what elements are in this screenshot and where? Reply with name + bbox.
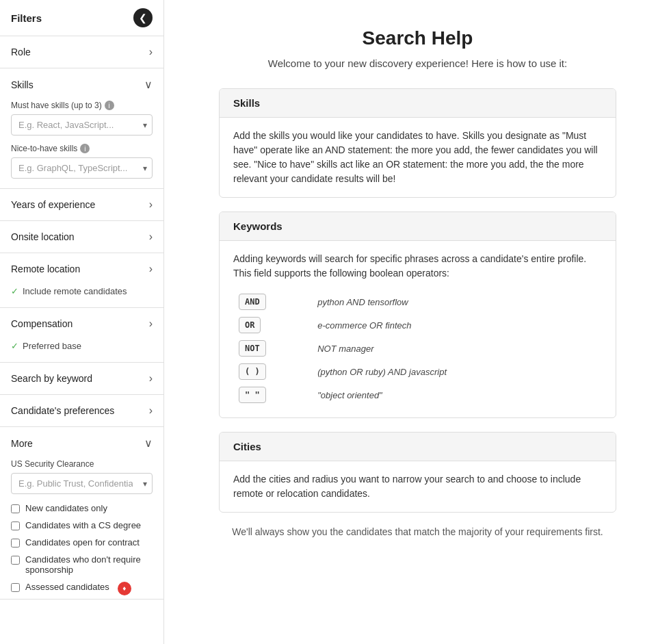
chevron-down-icon: ∨ xyxy=(144,78,153,91)
filter-section-onsite: Onsite location › xyxy=(0,221,163,253)
include-remote-row: ✓ Include remote candidates xyxy=(11,285,153,298)
op-badge-quotes: " " xyxy=(239,387,266,403)
compensation-title: Compensation xyxy=(11,318,73,329)
open-contract-label[interactable]: Candidates open for contract xyxy=(25,537,140,548)
remote-title: Remote location xyxy=(11,263,80,274)
check-icon-remote: ✓ xyxy=(11,286,18,296)
checkbox-assessed: Assessed candidates ♦ xyxy=(0,578,163,599)
operator-table: AND python AND tensorflow OR e-commerce … xyxy=(233,290,602,407)
years-section-header[interactable]: Years of experience › xyxy=(0,189,163,220)
op-example-and: python AND tensorflow xyxy=(317,297,408,307)
keyword-title: Search by keyword xyxy=(11,373,92,384)
onsite-section-header[interactable]: Onsite location › xyxy=(0,221,163,253)
preferred-base-row: ✓ Preferred base xyxy=(11,339,153,352)
skills-card-body: Add the skills you would like your candi… xyxy=(220,118,616,197)
keywords-help-card: Keywords Adding keywords will search for… xyxy=(219,211,616,418)
cities-card-header: Cities xyxy=(220,433,616,461)
preferred-base-label: Preferred base xyxy=(23,341,81,351)
op-example-quotes: "object oriented" xyxy=(317,390,382,400)
checkbox-new-candidates: New candidates only xyxy=(0,500,163,517)
open-contract-checkbox[interactable] xyxy=(11,539,20,548)
more-section-header[interactable]: More ∨ xyxy=(0,427,163,459)
table-row: NOT NOT manager xyxy=(233,337,602,360)
cs-degree-checkbox[interactable] xyxy=(11,521,20,530)
must-have-skills-wrapper: E.g. React, JavaScript... ▾ xyxy=(11,114,153,136)
compensation-section-body: ✓ Preferred base xyxy=(0,339,163,362)
role-section-header[interactable]: Role › xyxy=(0,36,163,68)
must-have-info-icon: i xyxy=(105,101,114,110)
cities-card-text: Add the cities and radius you want to na… xyxy=(233,472,602,501)
cities-help-card: Cities Add the cities and radius you wan… xyxy=(219,432,616,513)
cs-degree-label[interactable]: Candidates with a CS degree xyxy=(25,520,141,530)
must-have-skills-select[interactable]: E.g. React, JavaScript... xyxy=(11,114,153,136)
years-title: Years of experience xyxy=(11,199,95,210)
filter-section-role: Role › xyxy=(0,36,163,68)
op-example-not: NOT manager xyxy=(317,344,373,354)
more-section-body: US Security Clearance E.g. Public Trust,… xyxy=(0,459,163,599)
table-row: AND python AND tensorflow xyxy=(233,290,602,313)
keywords-card-header: Keywords xyxy=(220,212,616,241)
must-have-label: Must have skills (up to 3) i xyxy=(11,101,153,110)
skills-section-header[interactable]: Skills ∨ xyxy=(0,68,163,101)
footer-note: We'll always show you the candidates tha… xyxy=(219,526,616,537)
new-candidates-label[interactable]: New candidates only xyxy=(25,503,107,513)
op-example-or: e-commerce OR fintech xyxy=(317,320,411,331)
filter-section-years: Years of experience › xyxy=(0,189,163,221)
nice-to-have-label: Nice-to-have skills i xyxy=(11,144,153,153)
remote-section-body: ✓ Include remote candidates xyxy=(0,285,163,307)
remote-section-header[interactable]: Remote location › xyxy=(0,253,163,285)
checkbox-cs-degree: Candidates with a CS degree xyxy=(0,517,163,534)
op-example-parens: (python OR ruby) AND javascript xyxy=(317,367,447,377)
nice-to-have-skills-wrapper: E.g. GraphQL, TypeScript... ▾ xyxy=(11,157,153,179)
nice-to-have-skills-select[interactable]: E.g. GraphQL, TypeScript... xyxy=(11,157,153,179)
filter-section-compensation: Compensation › ✓ Preferred base xyxy=(0,308,163,363)
filter-section-more: More ∨ US Security Clearance E.g. Public… xyxy=(0,427,163,600)
keyword-section-header[interactable]: Search by keyword › xyxy=(0,363,163,394)
filter-section-candidate-prefs: Candidate's preferences › xyxy=(0,395,163,427)
new-candidates-checkbox[interactable] xyxy=(11,504,20,513)
chevron-right-icon-years: › xyxy=(149,198,153,211)
include-remote-label: Include remote candidates xyxy=(23,286,127,296)
no-sponsorship-checkbox[interactable] xyxy=(11,556,20,565)
nice-to-have-info-icon: i xyxy=(80,144,90,153)
checkbox-no-sponsorship: Candidates who don't require sponsorship xyxy=(0,551,163,578)
no-sponsorship-label[interactable]: Candidates who don't require sponsorship xyxy=(25,554,153,575)
skills-card-text: Add the skills you would like your candi… xyxy=(233,129,602,186)
op-badge-parens: ( ) xyxy=(239,363,266,380)
filter-section-skills: Skills ∨ Must have skills (up to 3) i E.… xyxy=(0,68,163,189)
skills-title: Skills xyxy=(11,79,34,90)
assessed-checkbox[interactable] xyxy=(11,583,20,592)
chevron-right-icon: › xyxy=(149,46,153,58)
sidebar: Filters ❮ Role › Skills ∨ Must have skil… xyxy=(0,0,164,644)
us-security-select[interactable]: E.g. Public Trust, Confidential... xyxy=(11,473,153,494)
cities-card-body: Add the cities and radius you want to na… xyxy=(220,461,616,512)
chevron-right-icon-remote: › xyxy=(149,263,153,275)
main-content: Search Help Welcome to your new discover… xyxy=(164,0,671,644)
page-title: Search Help xyxy=(219,27,616,49)
op-badge-not: NOT xyxy=(239,340,266,357)
chevron-down-icon-more: ∨ xyxy=(144,437,153,450)
skills-help-card: Skills Add the skills you would like you… xyxy=(219,88,616,198)
us-security-label: US Security Clearance xyxy=(11,459,153,469)
candidate-prefs-title: Candidate's preferences xyxy=(11,405,114,416)
compensation-section-header[interactable]: Compensation › xyxy=(0,308,163,339)
table-row: ( ) (python OR ruby) AND javascript xyxy=(233,360,602,383)
page-subtitle: Welcome to your new discovery experience… xyxy=(219,57,616,69)
op-badge-and: AND xyxy=(239,294,266,310)
skills-card-header: Skills xyxy=(220,89,616,118)
check-icon-compensation: ✓ xyxy=(11,341,18,351)
role-title: Role xyxy=(11,47,31,57)
us-security-wrapper: E.g. Public Trust, Confidential... ▾ xyxy=(11,473,153,494)
chevron-right-icon-compensation: › xyxy=(149,318,153,330)
filter-section-keyword: Search by keyword › xyxy=(0,363,163,395)
collapse-sidebar-button[interactable]: ❮ xyxy=(133,8,153,27)
onsite-title: Onsite location xyxy=(11,231,75,242)
keywords-card-text: Adding keywords will search for specific… xyxy=(233,252,602,281)
chevron-right-icon-prefs: › xyxy=(149,404,153,417)
table-row: OR e-commerce OR fintech xyxy=(233,313,602,337)
assessed-label[interactable]: Assessed candidates xyxy=(25,582,109,592)
chevron-right-icon-onsite: › xyxy=(149,231,153,243)
checkbox-open-contract: Candidates open for contract xyxy=(0,534,163,551)
candidate-prefs-header[interactable]: Candidate's preferences › xyxy=(0,395,163,426)
sidebar-header: Filters ❮ xyxy=(0,0,163,36)
